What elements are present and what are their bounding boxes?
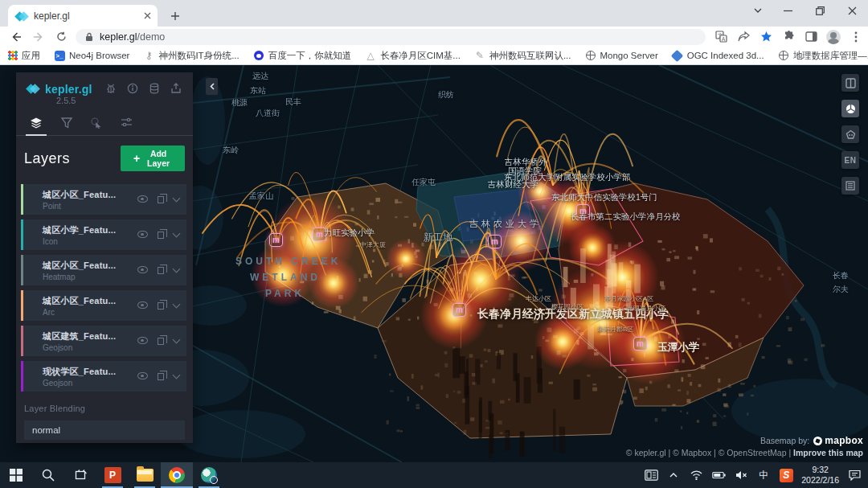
- kepler-side-panel: kepler.gl 2.5.5: [16, 72, 193, 443]
- sogou-icon[interactable]: S: [779, 465, 793, 485]
- address-bar[interactable]: kepler.gl/demo: [76, 29, 706, 45]
- forward-icon[interactable]: [27, 28, 50, 46]
- taskbar-clock[interactable]: 9:32 2022/2/16: [801, 465, 839, 486]
- start-button[interactable]: [0, 462, 32, 488]
- tab-search-chevron-icon[interactable]: [744, 0, 772, 21]
- translate-icon[interactable]: 文A: [712, 28, 730, 46]
- extensions-icon[interactable]: [780, 28, 797, 46]
- back-icon[interactable]: [5, 28, 27, 46]
- bookmark-ogc[interactable]: OGC Indexed 3d...: [672, 50, 764, 61]
- taskbar-chrome[interactable]: [161, 462, 193, 488]
- ime-indicator[interactable]: 中: [756, 465, 771, 485]
- map-credits[interactable]: © kepler.gl | © Mapbox | © OpenStreetMap…: [626, 448, 863, 457]
- baidu-icon: [254, 51, 264, 60]
- bookmark-baidu[interactable]: 百度一下，你就知道: [253, 50, 352, 62]
- layer-blending-label: Layer Blending: [24, 404, 185, 413]
- bookmark-cim[interactable]: △长春净月区CIM基...: [365, 50, 461, 62]
- export-icon[interactable]: [170, 83, 182, 94]
- chevron-down-icon[interactable]: [173, 195, 181, 203]
- layer-row[interactable]: 城区小区_Featu... Heatmap: [21, 255, 186, 285]
- school-icon-marker[interactable]: m: [576, 204, 590, 218]
- tab-filters[interactable]: [61, 117, 72, 135]
- duplicate-icon[interactable]: [158, 232, 164, 239]
- duplicate-icon[interactable]: [158, 267, 164, 274]
- task-view-button[interactable]: [64, 462, 96, 488]
- tab-basemap[interactable]: [121, 117, 133, 135]
- school-icon-marker[interactable]: m: [313, 228, 326, 241]
- plus-icon: +: [133, 153, 140, 164]
- layer-row[interactable]: 城区小区_Featu... Point: [21, 184, 186, 215]
- bug-icon[interactable]: [105, 83, 117, 94]
- taskbar-file-explorer[interactable]: [129, 462, 161, 488]
- locale-button[interactable]: EN: [841, 151, 859, 169]
- new-tab-button[interactable]: [166, 6, 185, 26]
- screen: m m m m m m 远达 东站 桃源 八道街 民丰 织纺 东岭 孟家山 任家…: [0, 0, 868, 488]
- chevron-down-icon[interactable]: [173, 230, 181, 238]
- reload-icon[interactable]: [50, 28, 72, 46]
- split-map-button[interactable]: [841, 74, 859, 92]
- layer-blending-select[interactable]: normal: [24, 420, 185, 440]
- share-icon[interactable]: [735, 28, 752, 46]
- bookmark-star-icon[interactable]: [757, 28, 775, 46]
- duplicate-icon[interactable]: [158, 196, 164, 203]
- bookmark-neo4j[interactable]: >_Neo4j Browser: [54, 50, 129, 61]
- window-close-button[interactable]: [836, 0, 868, 21]
- battery-icon[interactable]: [711, 465, 726, 485]
- search-button[interactable]: [32, 462, 64, 488]
- visibility-eye-icon[interactable]: [137, 372, 148, 379]
- bookmark-apps[interactable]: 应用: [8, 50, 40, 62]
- duplicate-icon[interactable]: [158, 302, 164, 310]
- bookmark-internet-auth[interactable]: ✎神州数码互联网认...: [474, 50, 571, 62]
- tab-close-icon[interactable]: [144, 12, 151, 19]
- school-icon-marker[interactable]: m: [633, 337, 647, 351]
- hidden-icons-chevron[interactable]: [666, 465, 681, 485]
- visibility-eye-icon[interactable]: [137, 301, 148, 309]
- layer-row[interactable]: 城区小区_Featu... Arc: [21, 290, 186, 321]
- taskbar-powerpoint[interactable]: P: [96, 462, 129, 488]
- visibility-eye-icon[interactable]: [137, 266, 148, 273]
- visibility-eye-icon[interactable]: [137, 337, 148, 344]
- window-minimize-button[interactable]: [772, 0, 804, 21]
- draw-polygon-button[interactable]: [841, 125, 859, 143]
- news-widget-icon[interactable]: [644, 465, 658, 485]
- layer-row[interactable]: 城区建筑_Featu... Geojson: [21, 326, 186, 356]
- profile-avatar[interactable]: [825, 28, 842, 46]
- taskbar-arcgis[interactable]: [193, 462, 225, 488]
- visibility-eye-icon[interactable]: [137, 231, 148, 238]
- bookmark-geodb[interactable]: 地理数据库管理—...: [778, 50, 868, 62]
- bookmark-mongo[interactable]: Mongo Server: [585, 50, 658, 61]
- pen-icon: ✎: [474, 50, 485, 61]
- volume-muted-icon[interactable]: [734, 465, 748, 485]
- add-layer-button[interactable]: + Add Layer: [121, 146, 185, 171]
- tab-layers[interactable]: [30, 117, 43, 135]
- window-restore-button[interactable]: [804, 0, 836, 21]
- school-icon-marker[interactable]: m: [269, 233, 283, 247]
- mapbox-logo[interactable]: mapbox: [813, 435, 863, 446]
- school-icon-marker[interactable]: m: [452, 303, 466, 317]
- layer-row[interactable]: 城区小学_Featu... Icon: [21, 219, 186, 250]
- side-panel-icon[interactable]: [802, 28, 820, 46]
- browser-tab[interactable]: kepler.gl: [8, 5, 158, 27]
- layer-row[interactable]: 现状学区_Featu... Geojson: [21, 361, 186, 392]
- bookmark-it-identity[interactable]: ⚷神州数码IT身份统...: [143, 50, 239, 62]
- improve-map-link: Improve this map: [793, 448, 863, 457]
- sidebar-collapse-button[interactable]: [206, 78, 218, 95]
- tab-interactions[interactable]: [91, 117, 102, 135]
- chevron-down-icon[interactable]: [173, 265, 181, 273]
- chevron-down-icon[interactable]: [173, 301, 181, 309]
- duplicate-icon[interactable]: [158, 338, 164, 345]
- database-icon[interactable]: [149, 83, 160, 94]
- triangle-icon: △: [365, 50, 376, 61]
- wifi-icon[interactable]: [689, 465, 703, 485]
- action-center-icon[interactable]: [847, 465, 862, 485]
- chevron-down-icon[interactable]: [173, 336, 181, 344]
- legend-button[interactable]: [841, 177, 859, 195]
- lock-icon: [85, 32, 93, 42]
- info-icon[interactable]: [127, 83, 138, 94]
- chevron-down-icon[interactable]: [173, 371, 181, 379]
- duplicate-icon[interactable]: [158, 373, 164, 380]
- visibility-eye-icon[interactable]: [137, 195, 148, 203]
- school-icon-marker[interactable]: m: [488, 235, 502, 248]
- menu-kebab-icon[interactable]: [847, 28, 865, 46]
- toggle-3d-button[interactable]: [841, 100, 859, 117]
